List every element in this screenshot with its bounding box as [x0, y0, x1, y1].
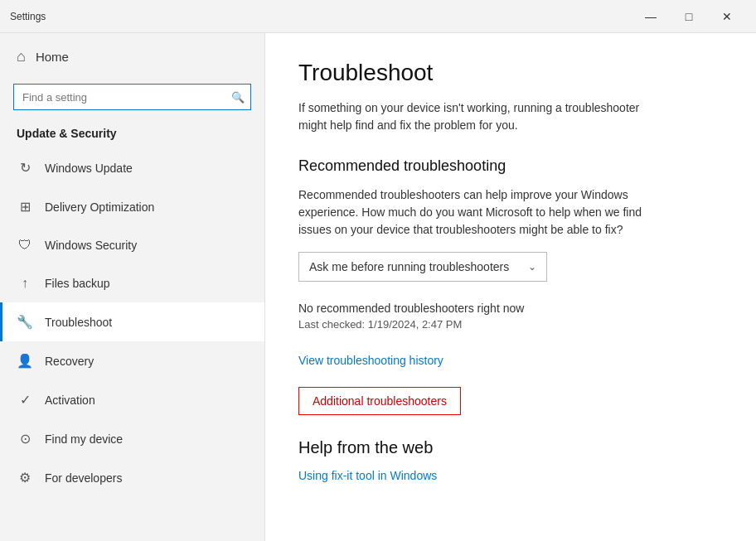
app-body: ⌂ Home 🔍 Update & Security ↻ Windows Upd…	[0, 33, 756, 541]
status-text: No recommended troubleshooters right now	[298, 302, 723, 315]
title-bar: Settings — □ ✕	[0, 0, 756, 33]
sidebar-item-label: For developers	[45, 471, 122, 485]
page-title: Troubleshoot	[298, 60, 723, 86]
close-button[interactable]: ✕	[708, 3, 746, 30]
maximize-button[interactable]: □	[670, 3, 708, 30]
content-area: Troubleshoot If something on your device…	[265, 33, 756, 541]
sidebar-item-label: Find my device	[45, 432, 123, 446]
troubleshoot-dropdown[interactable]: Ask me before running troubleshooters ⌄	[298, 252, 547, 282]
using-tool-windows-link[interactable]: Using fix-it tool in Windows	[298, 469, 723, 482]
sidebar-item-windows-update[interactable]: ↻ Windows Update	[0, 148, 264, 187]
sidebar-item-delivery-optimization[interactable]: ⊞ Delivery Optimization	[0, 187, 264, 226]
shield-icon: 🛡	[17, 238, 33, 253]
recovery-icon: 👤	[17, 353, 33, 369]
sidebar-item-activation[interactable]: ✓ Activation	[0, 380, 264, 419]
sidebar-item-for-developers[interactable]: ⚙ For developers	[0, 458, 264, 497]
delivery-icon: ⊞	[17, 199, 33, 215]
app-title: Settings	[10, 11, 632, 22]
search-input[interactable]	[13, 84, 251, 110]
sidebar-item-label: Recovery	[45, 355, 94, 368]
sidebar-item-label: Windows Security	[45, 239, 137, 252]
backup-icon: ↑	[17, 276, 33, 291]
search-box: 🔍	[13, 84, 251, 110]
window-controls: — □ ✕	[632, 3, 746, 30]
sidebar-item-recovery[interactable]: 👤 Recovery	[0, 341, 264, 380]
page-description: If something on your device isn't workin…	[298, 99, 663, 134]
location-icon: ⊙	[17, 431, 33, 447]
chevron-down-icon: ⌄	[528, 261, 536, 273]
sidebar-item-label: Troubleshoot	[45, 316, 112, 329]
sidebar-home-button[interactable]: ⌂ Home	[0, 33, 264, 80]
help-section-title: Help from the web	[298, 438, 723, 457]
wrench-icon: 🔧	[17, 314, 33, 330]
sidebar-item-windows-security[interactable]: 🛡 Windows Security	[0, 226, 264, 264]
sidebar-item-troubleshoot[interactable]: 🔧 Troubleshoot	[0, 302, 264, 341]
check-icon: ✓	[17, 392, 33, 408]
sidebar-home-label: Home	[36, 50, 69, 64]
sidebar-item-files-backup[interactable]: ↑ Files backup	[0, 264, 264, 302]
view-history-link[interactable]: View troubleshooting history	[298, 354, 723, 367]
last-checked-text: Last checked: 1/19/2024, 2:47 PM	[298, 318, 723, 331]
refresh-icon: ↻	[17, 160, 33, 176]
minimize-button[interactable]: —	[632, 3, 670, 30]
sidebar-item-label: Delivery Optimization	[45, 200, 154, 214]
dropdown-label: Ask me before running troubleshooters	[309, 260, 509, 273]
developers-icon: ⚙	[17, 470, 33, 485]
sidebar-item-label: Windows Update	[45, 162, 133, 175]
recommended-section-title: Recommended troubleshooting	[298, 157, 723, 175]
sidebar-item-label: Activation	[45, 394, 95, 407]
recommended-section-desc: Recommended troubleshooters can help imp…	[298, 186, 663, 239]
sidebar-item-label: Files backup	[45, 277, 110, 290]
home-icon: ⌂	[17, 48, 26, 65]
sidebar-section-title: Update & Security	[0, 120, 264, 148]
sidebar: ⌂ Home 🔍 Update & Security ↻ Windows Upd…	[0, 33, 265, 541]
additional-troubleshooters-button[interactable]: Additional troubleshooters	[298, 387, 461, 415]
sidebar-item-find-my-device[interactable]: ⊙ Find my device	[0, 419, 264, 458]
